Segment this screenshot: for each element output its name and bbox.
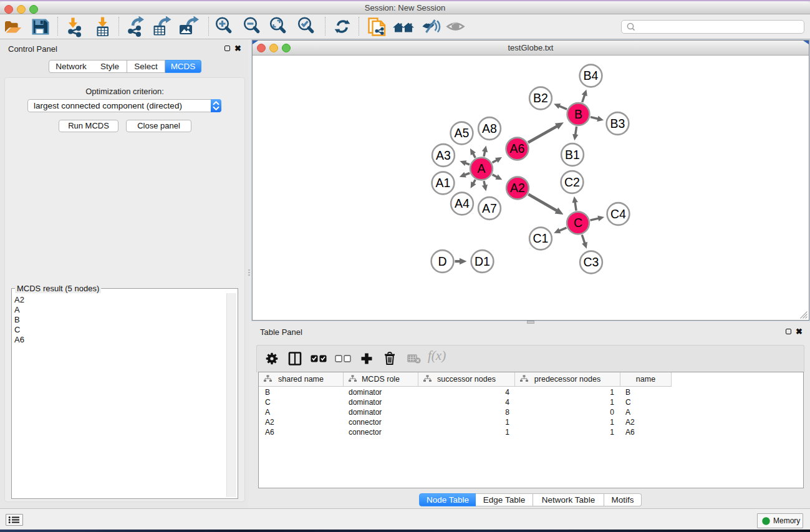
svg-text:A3: A3 bbox=[436, 148, 451, 162]
svg-text:B: B bbox=[574, 107, 582, 121]
svg-text:B2: B2 bbox=[533, 91, 548, 105]
svg-text:A4: A4 bbox=[455, 196, 470, 210]
svg-text:A5: A5 bbox=[455, 126, 470, 140]
svg-text:A7: A7 bbox=[482, 201, 497, 215]
svg-text:B3: B3 bbox=[610, 117, 625, 130]
svg-text:A2: A2 bbox=[510, 181, 525, 195]
svg-text:A: A bbox=[477, 162, 485, 175]
svg-text:C1: C1 bbox=[533, 231, 549, 245]
svg-text:C: C bbox=[574, 216, 582, 230]
svg-text:C2: C2 bbox=[564, 175, 580, 189]
svg-text:C3: C3 bbox=[584, 255, 599, 269]
svg-text:B4: B4 bbox=[584, 69, 599, 82]
svg-text:D1: D1 bbox=[475, 254, 490, 268]
svg-text:D: D bbox=[438, 254, 446, 268]
svg-text:C4: C4 bbox=[610, 207, 626, 221]
svg-text:A1: A1 bbox=[436, 176, 451, 190]
svg-text:A8: A8 bbox=[482, 122, 497, 135]
svg-text:B1: B1 bbox=[565, 148, 580, 162]
svg-text:A6: A6 bbox=[510, 142, 525, 155]
